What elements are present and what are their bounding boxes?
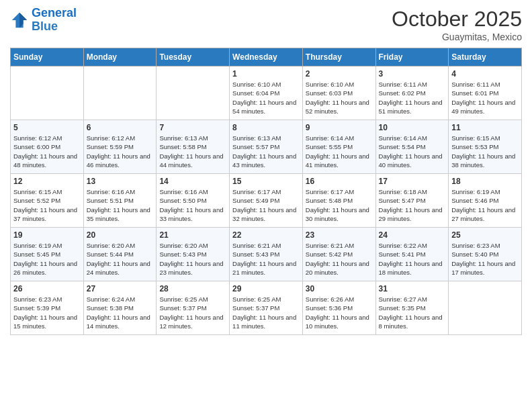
day-number: 12	[13, 177, 81, 186]
calendar-cell: 29Sunrise: 6:25 AMSunset: 5:37 PMDayligh…	[230, 281, 303, 335]
calendar-cell: 17Sunrise: 6:18 AMSunset: 5:47 PMDayligh…	[375, 174, 449, 228]
sunset-text: Sunset: 5:58 PM	[159, 143, 206, 150]
sunset-text: Sunset: 5:49 PM	[232, 197, 279, 204]
calendar-cell: 13Sunrise: 6:16 AMSunset: 5:51 PMDayligh…	[83, 174, 157, 228]
sunset-text: Sunset: 5:37 PM	[232, 304, 279, 312]
calendar-cell: 21Sunrise: 6:20 AMSunset: 5:43 PMDayligh…	[157, 228, 230, 281]
day-number: 24	[379, 230, 446, 240]
day-number: 31	[379, 284, 446, 293]
day-number: 17	[379, 177, 446, 186]
day-number: 14	[159, 177, 226, 186]
daylight-text: Daylight: 11 hours and 41 minutes.	[306, 152, 369, 169]
calendar-cell	[83, 66, 157, 120]
day-info: Sunrise: 6:15 AMSunset: 5:52 PMDaylight:…	[13, 187, 81, 223]
sunset-text: Sunset: 5:53 PM	[451, 143, 498, 150]
daylight-text: Daylight: 11 hours and 54 minutes.	[232, 99, 296, 115]
calendar-cell: 7Sunrise: 6:13 AMSunset: 5:58 PMDaylight…	[157, 120, 230, 174]
daylight-text: Daylight: 11 hours and 12 minutes.	[159, 314, 223, 330]
calendar-cell: 1Sunrise: 6:10 AMSunset: 6:04 PMDaylight…	[230, 66, 303, 120]
sunrise-text: Sunrise: 6:14 AM	[306, 134, 354, 142]
day-info: Sunrise: 6:19 AMSunset: 5:45 PMDaylight:…	[13, 241, 81, 277]
day-number: 7	[159, 123, 226, 132]
sunrise-text: Sunrise: 6:19 AM	[13, 242, 62, 249]
calendar-cell: 22Sunrise: 6:21 AMSunset: 5:43 PMDayligh…	[230, 228, 303, 281]
day-info: Sunrise: 6:15 AMSunset: 5:53 PMDaylight:…	[451, 134, 519, 169]
calendar-cell: 5Sunrise: 6:12 AMSunset: 6:00 PMDaylight…	[11, 120, 84, 174]
daylight-text: Daylight: 11 hours and 38 minutes.	[451, 152, 515, 169]
calendar-cell: 28Sunrise: 6:25 AMSunset: 5:37 PMDayligh…	[157, 281, 230, 335]
calendar-cell: 3Sunrise: 6:11 AMSunset: 6:02 PMDaylight…	[375, 66, 449, 120]
logo: General Blue	[10, 7, 77, 34]
sunrise-text: Sunrise: 6:12 AM	[13, 134, 62, 142]
day-info: Sunrise: 6:22 AMSunset: 5:41 PMDaylight:…	[379, 241, 446, 277]
day-number: 16	[306, 177, 373, 186]
day-info: Sunrise: 6:11 AMSunset: 6:01 PMDaylight:…	[451, 80, 519, 116]
day-info: Sunrise: 6:25 AMSunset: 5:37 PMDaylight:…	[232, 295, 300, 330]
day-number: 22	[232, 230, 300, 240]
daylight-text: Daylight: 11 hours and 20 minutes.	[306, 260, 369, 276]
calendar-cell: 9Sunrise: 6:14 AMSunset: 5:55 PMDaylight…	[302, 120, 375, 174]
daylight-text: Daylight: 11 hours and 44 minutes.	[159, 152, 223, 169]
sunrise-text: Sunrise: 6:13 AM	[232, 134, 281, 142]
calendar-cell: 30Sunrise: 6:26 AMSunset: 5:36 PMDayligh…	[302, 281, 375, 335]
calendar-cell: 12Sunrise: 6:15 AMSunset: 5:52 PMDayligh…	[11, 174, 84, 228]
day-info: Sunrise: 6:16 AMSunset: 5:51 PMDaylight:…	[87, 187, 154, 223]
day-number: 10	[379, 123, 446, 132]
sunset-text: Sunset: 5:44 PM	[87, 250, 134, 258]
calendar-cell: 15Sunrise: 6:17 AMSunset: 5:49 PMDayligh…	[230, 174, 303, 228]
day-number: 2	[306, 69, 373, 79]
sunset-text: Sunset: 5:37 PM	[159, 304, 206, 312]
daylight-text: Daylight: 11 hours and 26 minutes.	[13, 260, 77, 276]
sunset-text: Sunset: 5:43 PM	[232, 250, 279, 258]
day-info: Sunrise: 6:10 AMSunset: 6:03 PMDaylight:…	[306, 80, 373, 116]
day-info: Sunrise: 6:21 AMSunset: 5:43 PMDaylight:…	[232, 241, 300, 277]
day-info: Sunrise: 6:25 AMSunset: 5:37 PMDaylight:…	[159, 295, 226, 330]
weekday-header-row: SundayMondayTuesdayWednesdayThursdayFrid…	[11, 48, 522, 66]
sunrise-text: Sunrise: 6:17 AM	[306, 188, 354, 195]
month-title: October 2025	[392, 7, 522, 32]
day-number: 13	[87, 177, 154, 186]
day-number: 23	[306, 230, 373, 240]
sunset-text: Sunset: 5:57 PM	[232, 143, 279, 150]
sunset-text: Sunset: 5:48 PM	[306, 197, 353, 204]
calendar-cell: 2Sunrise: 6:10 AMSunset: 6:03 PMDaylight…	[302, 66, 375, 120]
sunset-text: Sunset: 6:03 PM	[306, 89, 353, 97]
calendar-cell: 10Sunrise: 6:14 AMSunset: 5:54 PMDayligh…	[375, 120, 449, 174]
day-info: Sunrise: 6:11 AMSunset: 6:02 PMDaylight:…	[379, 80, 446, 116]
day-info: Sunrise: 6:16 AMSunset: 5:50 PMDaylight:…	[159, 187, 226, 223]
page-header: General Blue October 2025 Guaymitas, Mex…	[10, 7, 522, 42]
sunrise-text: Sunrise: 6:10 AM	[232, 81, 281, 88]
sunset-text: Sunset: 5:59 PM	[87, 143, 134, 150]
day-number: 21	[159, 230, 226, 240]
sunset-text: Sunset: 5:50 PM	[159, 197, 206, 204]
logo-text: General Blue	[32, 7, 77, 34]
day-number: 18	[451, 177, 519, 186]
sunrise-text: Sunrise: 6:21 AM	[232, 242, 281, 249]
calendar-cell: 20Sunrise: 6:20 AMSunset: 5:44 PMDayligh…	[83, 228, 157, 281]
day-info: Sunrise: 6:12 AMSunset: 5:59 PMDaylight:…	[87, 134, 154, 169]
day-number: 1	[232, 69, 300, 79]
calendar-table: SundayMondayTuesdayWednesdayThursdayFrid…	[10, 48, 522, 335]
day-info: Sunrise: 6:12 AMSunset: 6:00 PMDaylight:…	[13, 134, 81, 169]
title-block: October 2025 Guaymitas, Mexico	[392, 7, 522, 42]
calendar-cell: 19Sunrise: 6:19 AMSunset: 5:45 PMDayligh…	[11, 228, 84, 281]
calendar-week-row: 26Sunrise: 6:23 AMSunset: 5:39 PMDayligh…	[11, 281, 522, 335]
daylight-text: Daylight: 11 hours and 8 minutes.	[379, 314, 443, 330]
day-info: Sunrise: 6:14 AMSunset: 5:55 PMDaylight:…	[306, 134, 373, 169]
sunset-text: Sunset: 5:43 PM	[159, 250, 206, 258]
sunset-text: Sunset: 5:55 PM	[306, 143, 353, 150]
calendar-cell: 16Sunrise: 6:17 AMSunset: 5:48 PMDayligh…	[302, 174, 375, 228]
location: Guaymitas, Mexico	[392, 32, 522, 42]
daylight-text: Daylight: 11 hours and 30 minutes.	[306, 206, 369, 222]
sunrise-text: Sunrise: 6:12 AM	[87, 134, 135, 142]
calendar-week-row: 19Sunrise: 6:19 AMSunset: 5:45 PMDayligh…	[11, 228, 522, 281]
calendar-week-row: 5Sunrise: 6:12 AMSunset: 6:00 PMDaylight…	[11, 120, 522, 174]
weekday-header-monday: Monday	[83, 48, 157, 66]
day-number: 3	[379, 69, 446, 79]
daylight-text: Daylight: 11 hours and 33 minutes.	[159, 206, 223, 222]
day-number: 9	[306, 123, 373, 132]
daylight-text: Daylight: 11 hours and 11 minutes.	[232, 314, 296, 330]
calendar-cell: 14Sunrise: 6:16 AMSunset: 5:50 PMDayligh…	[157, 174, 230, 228]
day-info: Sunrise: 6:20 AMSunset: 5:44 PMDaylight:…	[87, 241, 154, 277]
day-info: Sunrise: 6:14 AMSunset: 5:54 PMDaylight:…	[379, 134, 446, 169]
